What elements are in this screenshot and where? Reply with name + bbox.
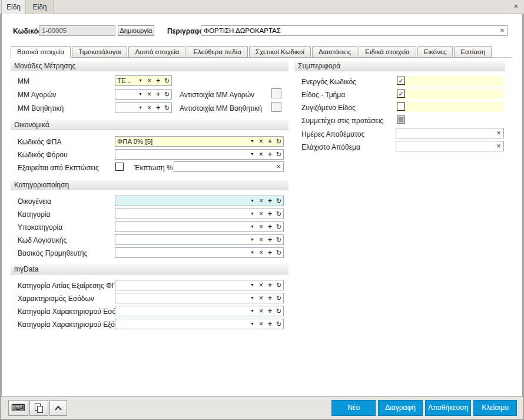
item-department-checkbox[interactable]: ✓ (397, 90, 405, 98)
dropdown-icon[interactable]: ▼ (248, 150, 257, 159)
delete-button[interactable]: Διαγραφή (378, 400, 423, 416)
add-icon[interactable]: + (266, 306, 274, 316)
clear-icon[interactable]: × (494, 129, 503, 137)
clear-icon[interactable]: × (145, 90, 154, 99)
dropdown-icon[interactable]: ▼ (248, 280, 257, 290)
tab-dimensions[interactable]: Διαστάσεις (312, 46, 357, 58)
dropdown-icon[interactable]: ▼ (248, 209, 257, 219)
new-button[interactable]: Νέο (331, 400, 376, 416)
subcategory-combo[interactable]: ▼ × + ↻ (115, 221, 284, 232)
refresh-icon[interactable]: ↻ (162, 90, 171, 99)
add-icon[interactable]: + (266, 293, 274, 303)
window-tab-items-1[interactable]: Είδη (1, 0, 26, 14)
tab-free-fields[interactable]: Ελεύθερα πεδία (187, 46, 247, 58)
add-icon[interactable]: + (266, 137, 274, 146)
discount-percent-input[interactable] (174, 163, 274, 170)
accounting-code-combo[interactable]: ▼ × + ↻ (115, 234, 284, 245)
refresh-icon[interactable]: ↻ (274, 280, 283, 290)
tab-images[interactable]: Εικόνες (417, 46, 453, 58)
close-button[interactable]: Κλείσιμο (473, 400, 517, 416)
clear-icon[interactable]: × (498, 27, 507, 35)
refresh-icon[interactable]: ↻ (274, 196, 283, 206)
vat-combo[interactable]: ΦΠΑ 0% [5] ▼ × + ↻ (115, 136, 284, 147)
main-supplier-combo[interactable]: ▼ × + ↻ (115, 247, 284, 258)
refresh-icon[interactable]: ↻ (274, 306, 283, 316)
clear-icon[interactable]: × (257, 235, 266, 244)
clear-icon[interactable]: × (257, 306, 266, 316)
mm-aux-map-box[interactable] (271, 102, 281, 112)
add-icon[interactable]: + (266, 235, 274, 244)
tab-basic-info[interactable]: Βασικά στοιχεία (11, 46, 71, 58)
tab-other-info[interactable]: Λοιπά στοιχεία (128, 46, 185, 58)
discount-exempt-checkbox[interactable] (115, 163, 124, 171)
mm-aux-combo[interactable]: ▼ × + ↻ (115, 102, 172, 113)
refresh-icon[interactable]: ↻ (162, 76, 171, 85)
dropdown-icon[interactable]: ▼ (248, 137, 257, 146)
tab-price-lists[interactable]: Τιμοκατάλογοι (72, 46, 127, 58)
add-icon[interactable]: + (154, 76, 162, 85)
add-icon[interactable]: + (266, 280, 274, 290)
dropdown-icon[interactable]: ▼ (248, 319, 257, 329)
family-combo[interactable]: ▼ × + ↻ (115, 196, 284, 206)
income-classification-combo[interactable]: ▼ × + ↻ (115, 293, 284, 303)
mm-purchases-combo[interactable]: ▼ × + ↻ (115, 89, 172, 100)
category-combo[interactable]: ▼ × + ↻ (115, 209, 284, 219)
add-icon[interactable]: + (266, 248, 274, 257)
clear-icon[interactable]: × (145, 103, 154, 113)
dropdown-icon[interactable]: ▼ (248, 235, 257, 244)
stock-days-input[interactable] (396, 130, 494, 137)
add-icon[interactable]: + (154, 103, 162, 113)
add-icon[interactable]: + (266, 222, 274, 232)
weighed-item-checkbox[interactable] (397, 102, 405, 111)
tab-focus[interactable]: Εστίαση (454, 46, 492, 58)
dropdown-icon[interactable]: ▼ (248, 196, 257, 206)
tab-special-info[interactable]: Ειδικά στοιχεία (359, 46, 416, 58)
add-icon[interactable]: + (266, 196, 274, 206)
dropdown-icon[interactable]: ▼ (248, 306, 257, 316)
description-input[interactable] (201, 27, 498, 34)
tab-related-codes[interactable]: Σχετικοί Κωδικοί (249, 46, 311, 58)
tax-combo[interactable]: ▼ × + ↻ (115, 149, 284, 160)
add-icon[interactable]: + (266, 319, 274, 329)
vat-exemption-reason-combo[interactable]: ▼ × + ↻ (115, 280, 284, 290)
refresh-icon[interactable]: ↻ (274, 319, 283, 329)
clear-icon[interactable]: × (257, 248, 266, 257)
income-class-category-combo[interactable]: ▼ × + ↻ (115, 306, 284, 316)
add-icon[interactable]: + (154, 90, 162, 99)
collapse-button[interactable] (49, 400, 67, 416)
active-code-checkbox[interactable]: ✓ (397, 77, 405, 85)
clear-icon[interactable]: × (257, 137, 266, 146)
create-button[interactable]: Δημιουργία (118, 25, 154, 36)
dropdown-icon[interactable]: ▼ (248, 248, 257, 257)
close-icon[interactable]: × (511, 2, 521, 12)
dropdown-icon[interactable]: ▼ (136, 90, 145, 99)
clear-icon[interactable]: × (274, 163, 283, 171)
clear-icon[interactable]: × (257, 280, 266, 290)
refresh-icon[interactable]: ↻ (274, 248, 283, 257)
add-icon[interactable]: + (266, 150, 274, 159)
keyboard-button[interactable]: ⌨ (8, 400, 28, 416)
refresh-icon[interactable]: ↻ (274, 293, 283, 303)
min-stock-input[interactable] (396, 143, 494, 150)
dropdown-icon[interactable]: ▼ (248, 293, 257, 303)
clear-icon[interactable]: × (494, 142, 503, 150)
dropdown-icon[interactable]: ▼ (136, 76, 145, 85)
dropdown-icon[interactable]: ▼ (136, 103, 145, 113)
save-button[interactable]: Αποθήκευση (425, 400, 471, 416)
copy-button[interactable] (29, 400, 48, 416)
refresh-icon[interactable]: ↻ (274, 150, 283, 159)
clear-icon[interactable]: × (257, 222, 266, 232)
clear-icon[interactable]: × (257, 319, 266, 329)
dropdown-icon[interactable]: ▼ (248, 222, 257, 232)
add-icon[interactable]: + (266, 209, 274, 219)
refresh-icon[interactable]: ↻ (274, 209, 283, 219)
refresh-icon[interactable]: ↻ (274, 235, 283, 244)
refresh-icon[interactable]: ↻ (162, 103, 171, 113)
mm-purchases-map-box[interactable] (271, 88, 281, 98)
clear-icon[interactable]: × (257, 209, 266, 219)
refresh-icon[interactable]: ↻ (274, 137, 283, 146)
clear-icon[interactable]: × (145, 76, 154, 85)
expense-class-category-combo[interactable]: ▼ × + ↻ (115, 319, 284, 329)
clear-icon[interactable]: × (257, 293, 266, 303)
window-tab-items-2[interactable]: Είδη (26, 0, 54, 14)
